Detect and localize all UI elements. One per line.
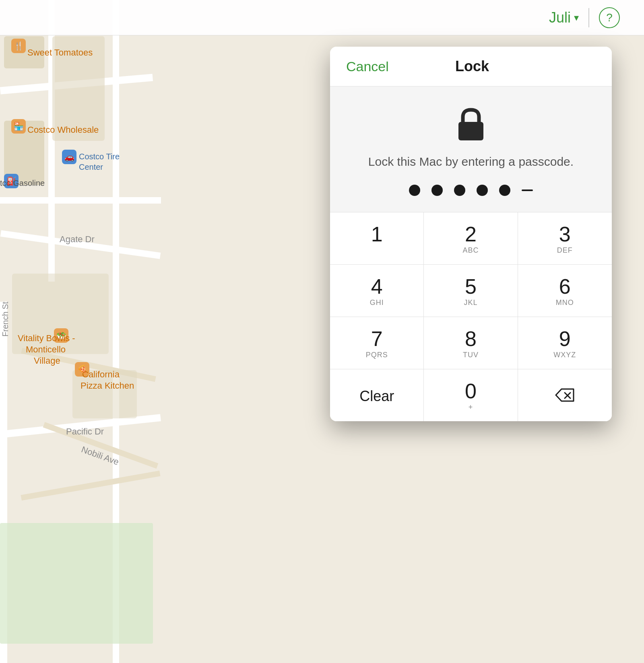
key-6-letters: MNO bbox=[556, 299, 574, 307]
key-9-button[interactable]: 9 WXYZ bbox=[518, 317, 612, 369]
key-delete-button[interactable] bbox=[518, 369, 612, 421]
key-4-letters: GHI bbox=[370, 299, 384, 307]
key-2-letters: ABC bbox=[462, 246, 479, 255]
key-3-letters: DEF bbox=[557, 246, 573, 255]
key-6-number: 6 bbox=[559, 276, 571, 297]
lock-icon bbox=[453, 106, 489, 142]
lock-modal: Cancel Lock Lock this Mac by entering a … bbox=[330, 47, 612, 421]
dot-2 bbox=[431, 185, 443, 196]
modal-overlay: Cancel Lock Lock this Mac by entering a … bbox=[0, 0, 644, 663]
key-1-letters bbox=[376, 246, 378, 255]
dot-5 bbox=[499, 185, 510, 196]
key-7-number: 7 bbox=[371, 328, 383, 349]
key-2-button[interactable]: 2 ABC bbox=[424, 212, 518, 264]
key-8-number: 8 bbox=[465, 328, 477, 349]
key-0-button[interactable]: 0 + bbox=[424, 369, 518, 421]
modal-title: Lock bbox=[455, 58, 489, 75]
key-5-button[interactable]: 5 JKL bbox=[424, 264, 518, 317]
passcode-area: Lock this Mac by entering a passcode. bbox=[330, 86, 612, 212]
key-delete-icon bbox=[554, 387, 575, 405]
dot-4 bbox=[477, 185, 488, 196]
key-9-letters: WXYZ bbox=[553, 351, 576, 359]
key-1-button[interactable]: 1 bbox=[330, 212, 424, 264]
key-5-number: 5 bbox=[465, 276, 477, 297]
key-clear-label: Clear bbox=[359, 389, 394, 404]
dot-3 bbox=[454, 185, 465, 196]
dot-6 bbox=[522, 189, 533, 191]
key-0-letters: + bbox=[469, 403, 473, 412]
key-7-letters: PQRS bbox=[366, 351, 388, 359]
cancel-button[interactable]: Cancel bbox=[346, 59, 389, 74]
lock-description: Lock this Mac by entering a passcode. bbox=[368, 155, 574, 169]
key-8-letters: TUV bbox=[463, 351, 479, 359]
modal-header: Cancel Lock bbox=[330, 47, 612, 86]
key-1-number: 1 bbox=[371, 224, 383, 245]
dot-1 bbox=[409, 185, 420, 196]
key-2-number: 2 bbox=[465, 224, 477, 245]
key-3-button[interactable]: 3 DEF bbox=[518, 212, 612, 264]
key-clear-button[interactable]: Clear bbox=[330, 369, 424, 421]
key-4-button[interactable]: 4 GHI bbox=[330, 264, 424, 317]
lock-icon-wrap bbox=[453, 106, 489, 142]
svg-rect-0 bbox=[458, 122, 483, 140]
key-6-button[interactable]: 6 MNO bbox=[518, 264, 612, 317]
key-9-number: 9 bbox=[559, 328, 571, 349]
passcode-dots bbox=[409, 185, 533, 196]
key-0-number: 0 bbox=[465, 381, 477, 402]
keypad: 1 2 ABC 3 DEF 4 GHI 5 JKL 6 MNO bbox=[330, 212, 612, 421]
key-7-button[interactable]: 7 PQRS bbox=[330, 317, 424, 369]
key-8-button[interactable]: 8 TUV bbox=[424, 317, 518, 369]
key-4-number: 4 bbox=[371, 276, 383, 297]
key-3-number: 3 bbox=[559, 224, 571, 245]
key-5-letters: JKL bbox=[464, 299, 477, 307]
